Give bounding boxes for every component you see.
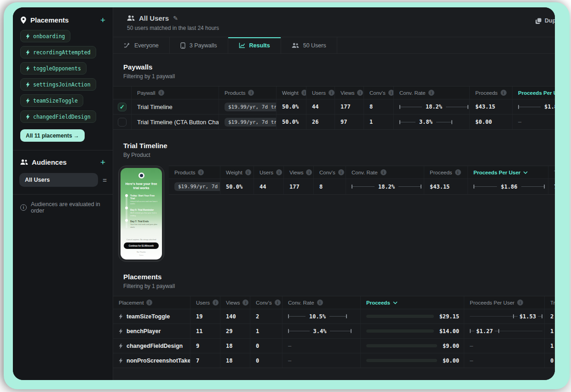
- row-checkbox[interactable]: ✓: [118, 103, 127, 111]
- column-header-proceeds[interactable]: Proceedsi: [424, 166, 468, 179]
- confidence-interval: $1.86: [518, 104, 555, 110]
- table-row[interactable]: ✓ Trial Timeline $19.99/yr, 7d trial 50.…: [113, 99, 555, 114]
- main-header: All Users ✎ 50 users matched in the last…: [113, 7, 555, 37]
- info-icon[interactable]: i: [276, 169, 282, 175]
- info-icon[interactable]: i: [381, 169, 386, 175]
- column-header-users[interactable]: Usersi: [306, 86, 335, 99]
- info-icon[interactable]: i: [455, 169, 461, 175]
- column-header-conv-rate[interactable]: Conv. Ratei: [394, 86, 470, 99]
- tab-paywalls[interactable]: 3 Paywalls: [170, 37, 228, 53]
- row-checkbox[interactable]: [118, 118, 127, 127]
- info-icon[interactable]: i: [248, 90, 254, 96]
- column-header-users[interactable]: Usersi: [190, 296, 220, 309]
- placement-tag[interactable]: settingsJoinAction: [20, 78, 96, 91]
- column-header-proceeds-per-user[interactable]: Proceeds Per Useri: [464, 296, 545, 309]
- bolt-icon: [26, 114, 30, 120]
- audience-item-all-users[interactable]: All Users: [19, 173, 98, 187]
- column-header-proceeds[interactable]: Proceedsi: [470, 86, 513, 99]
- chevron-down-icon: [393, 301, 398, 304]
- placement-tag-label: onboarding: [33, 33, 65, 40]
- paywall-name: Trial Timeline: [137, 104, 173, 110]
- table-row[interactable]: $19.99/yr, 7d trial 50.0% 44 177 8 18.2%…: [169, 179, 555, 194]
- info-icon[interactable]: i: [428, 90, 434, 96]
- column-header-trial-starts[interactable]: Trial Starts: [545, 296, 555, 309]
- placement-tag[interactable]: toggleOpponents: [20, 62, 87, 75]
- duplicate-button[interactable]: Duplicate: [536, 17, 555, 24]
- column-header-placement[interactable]: Placementi: [113, 296, 190, 309]
- column-header-paywall[interactable]: Paywalli: [132, 86, 219, 99]
- column-header-conv-rate[interactable]: Conv. Ratei: [283, 296, 361, 309]
- info-icon[interactable]: i: [329, 90, 335, 96]
- audiences-note: i Audiences are evaluated in order: [19, 195, 106, 220]
- column-header-users[interactable]: Usersi: [254, 166, 284, 179]
- info-icon[interactable]: i: [275, 300, 281, 306]
- info-icon[interactable]: i: [245, 169, 251, 175]
- info-icon[interactable]: i: [501, 90, 507, 96]
- column-header-conv-rate[interactable]: Conv. Ratei: [346, 166, 424, 179]
- column-header-proceeds-per-user[interactable]: Proceeds Per User: [513, 86, 555, 99]
- placement-name: changedFieldDesign: [127, 343, 183, 349]
- audiences-title: Audiences: [32, 158, 97, 166]
- tab-label: Results: [249, 42, 270, 49]
- page-title: All Users: [139, 14, 169, 22]
- proceeds-bar: [366, 344, 437, 347]
- table-row[interactable]: changedFieldDesign 9 18 0 – $9.00 – 1: [113, 338, 555, 353]
- info-icon[interactable]: i: [158, 90, 164, 96]
- column-header-trial-starts[interactable]: Trial Starts: [548, 166, 555, 179]
- chart-icon: [239, 42, 245, 48]
- info-icon[interactable]: i: [242, 300, 248, 306]
- placement-tag[interactable]: changedFieldDesign: [20, 110, 96, 123]
- paywall-heading: Here's how your free trial works: [125, 182, 157, 190]
- trial-section-subtitle: By Product: [123, 152, 555, 158]
- info-icon[interactable]: i: [388, 90, 394, 96]
- info-icon[interactable]: i: [306, 169, 312, 175]
- column-header-views[interactable]: Viewsi: [335, 86, 364, 99]
- app-window: Placements + onboarding recordingAttempt…: [13, 7, 555, 380]
- info-icon[interactable]: i: [338, 169, 344, 175]
- tab-results[interactable]: Results: [228, 37, 281, 53]
- tab-users[interactable]: 50 Users: [281, 37, 337, 53]
- column-header-products[interactable]: Productsi: [219, 86, 277, 99]
- info-icon[interactable]: i: [198, 169, 204, 175]
- main-panel: All Users ✎ 50 users matched in the last…: [113, 7, 555, 380]
- tab-everyone[interactable]: Everyone: [113, 37, 170, 53]
- paywall-terms-link: Terms: [124, 254, 159, 256]
- info-icon[interactable]: i: [317, 300, 323, 306]
- table-row[interactable]: teamSizeToggle 19 140 2 10.5% $29.15 $1.…: [113, 309, 555, 323]
- column-header-weight[interactable]: Weighti: [277, 86, 306, 99]
- placement-tag[interactable]: onboarding: [20, 30, 70, 42]
- drag-handle-icon[interactable]: =: [103, 176, 106, 184]
- paywalls-table-header: Paywalli Productsi Weighti Usersi Viewsi…: [113, 86, 555, 99]
- placements-header: Placements +: [19, 15, 106, 30]
- column-header-convs[interactable]: Conv'si: [364, 86, 394, 99]
- info-icon[interactable]: i: [301, 90, 306, 96]
- info-icon[interactable]: i: [517, 300, 523, 306]
- paywall-preview-screen: Here's how your free trial works Today: …: [121, 168, 162, 259]
- timeline-item: Day 5: Trial Reminder We'll remind you t…: [130, 208, 158, 217]
- placements-section-title: Placements: [123, 273, 555, 281]
- all-placements-button[interactable]: All 11 placements →: [20, 129, 85, 142]
- column-header-views[interactable]: Viewsi: [220, 296, 250, 309]
- column-header-proceeds-per-user[interactable]: Proceeds Per User: [468, 166, 548, 179]
- confidence-interval: 18.2%: [352, 184, 421, 190]
- column-header-convs[interactable]: Conv'si: [314, 166, 346, 179]
- column-header-convs[interactable]: Conv'si: [250, 296, 283, 309]
- column-header-products[interactable]: Productsi: [169, 166, 220, 179]
- matched-users-subtitle: 50 users matched in the last 24 hours: [127, 25, 555, 31]
- column-header-weight[interactable]: Weighti: [220, 166, 254, 179]
- confidence-interval: 3.4%: [288, 328, 352, 334]
- add-placement-button[interactable]: +: [100, 16, 105, 24]
- info-icon[interactable]: i: [213, 300, 219, 306]
- column-header-views[interactable]: Viewsi: [284, 166, 314, 179]
- table-row[interactable]: Trial Timeline (CTA Button Change) $19.9…: [113, 114, 555, 129]
- table-row[interactable]: nonProScreenshotTaken 7 18 0 – $0.00 – 0: [113, 353, 555, 368]
- column-header-proceeds[interactable]: Proceeds: [361, 296, 464, 309]
- placement-tag[interactable]: recordingAttempted: [20, 46, 96, 58]
- info-icon[interactable]: i: [357, 90, 363, 96]
- edit-icon[interactable]: ✎: [173, 15, 178, 22]
- placement-tag[interactable]: teamSizeToggle: [20, 94, 83, 107]
- table-row[interactable]: benchPlayer 11 29 1 3.4% $14.00 $1.27 1: [113, 323, 555, 338]
- info-icon[interactable]: i: [146, 300, 152, 306]
- add-audience-button[interactable]: +: [100, 158, 105, 167]
- copy-icon: [536, 18, 542, 24]
